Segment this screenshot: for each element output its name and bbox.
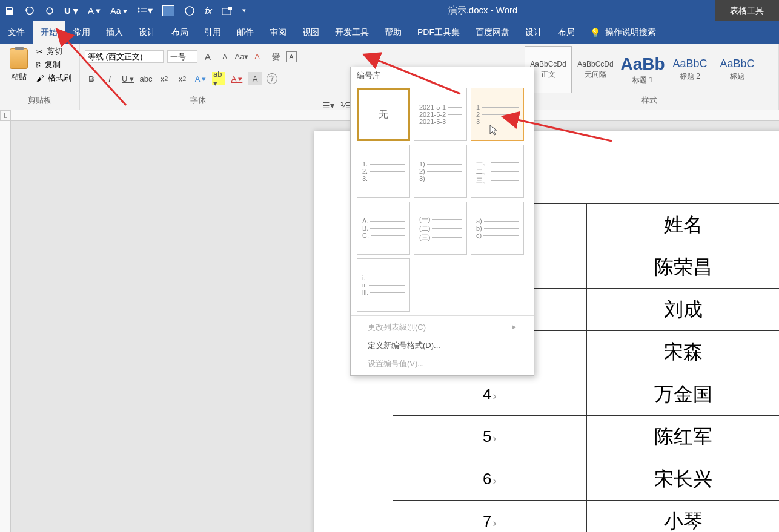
tab-mail[interactable]: 邮件 <box>229 21 262 44</box>
font-size-select[interactable] <box>167 50 197 63</box>
grow-font-icon[interactable]: A <box>201 50 214 64</box>
bold-button[interactable]: B <box>85 72 98 85</box>
svg-point-3 <box>138 10 140 12</box>
tab-references[interactable]: 引用 <box>196 21 229 44</box>
tab-design[interactable]: 设计 <box>131 21 164 44</box>
tab-common[interactable]: 常用 <box>65 21 98 44</box>
num-opt-line: 2021-5-3 <box>419 118 446 125</box>
cell-number: 4 <box>483 385 491 403</box>
style-heading1[interactable]: AaBb 标题 1 <box>619 46 666 93</box>
char-shading-button[interactable]: A <box>248 72 262 85</box>
strikethrough-button[interactable]: abc <box>139 72 153 85</box>
style-no-spacing[interactable]: AaBbCcDd 无间隔 <box>572 46 619 93</box>
numbering-option-plain[interactable]: 1 2 3 <box>471 88 524 141</box>
tab-file[interactable]: 文件 <box>0 21 33 44</box>
table-header-name[interactable]: 姓名 <box>586 204 779 246</box>
enclose-char-button[interactable]: 字 <box>267 73 277 84</box>
table-cell[interactable]: 4› <box>393 373 587 416</box>
shrink-font-icon[interactable]: A <box>218 50 231 64</box>
numbering-option-alpha[interactable]: A. B. C. <box>357 202 410 255</box>
shape-circle-icon[interactable] <box>184 5 195 16</box>
title-bar: U ▾ A ▾ Aa ▾ ▾ fx ▾ 演示.docx - Word 表格工具 <box>0 0 779 21</box>
svg-point-5 <box>185 7 194 15</box>
tab-pdf[interactable]: PDF工具集 <box>409 21 468 44</box>
numbering-option-roman[interactable]: i. ii. iii. <box>357 258 410 312</box>
undo-icon[interactable] <box>24 7 35 15</box>
table-cell[interactable]: 陈荣昌 <box>586 246 779 289</box>
table-cell[interactable]: 6› <box>393 458 587 501</box>
style-title[interactable]: AaBbC 标题 <box>714 46 761 93</box>
clipboard-group: 粘贴 ✂剪切 ⎘复制 🖌格式刷 剪贴板 <box>0 44 80 110</box>
font-color-button[interactable]: A ▾ <box>230 72 244 85</box>
tell-me-search[interactable]: 💡 操作说明搜索 <box>583 21 663 44</box>
table-cell[interactable]: 小琴 <box>586 501 779 533</box>
vertical-ruler[interactable] <box>0 121 11 532</box>
numbering-option-none[interactable]: 无 <box>357 88 410 141</box>
clipboard-group-label: 剪贴板 <box>5 95 75 107</box>
cell-marker: › <box>492 517 496 529</box>
screenshot-icon[interactable] <box>222 7 233 15</box>
num-opt-line: 2) <box>419 168 425 175</box>
table-cell[interactable]: 7› <box>393 501 587 533</box>
bullets-button[interactable]: ☰▾ <box>322 100 334 110</box>
numbering-option-alpha-paren[interactable]: a) b) c) <box>471 202 524 255</box>
bullets-icon[interactable]: ▾ <box>137 5 153 16</box>
format-painter-label: 格式刷 <box>48 73 71 84</box>
change-case-button[interactable]: Aa▾ <box>235 50 248 64</box>
style-heading2[interactable]: AaBbC 标题 2 <box>666 46 714 93</box>
table-cell[interactable]: 刘成 <box>586 289 779 331</box>
pinyin-icon[interactable]: 變 <box>269 50 282 64</box>
table-cell[interactable]: 万金国 <box>586 373 779 416</box>
table-tools-tab[interactable]: 表格工具 <box>715 0 779 21</box>
tab-layout[interactable]: 布局 <box>164 21 196 44</box>
tab-baidu[interactable]: 百度网盘 <box>468 21 517 44</box>
format-painter-button[interactable]: 🖌格式刷 <box>36 73 71 84</box>
numbering-option-cjk-paren[interactable]: (一) (二) (三) <box>414 202 467 255</box>
numbering-option-dates[interactable]: 2021-5-1 2021-5-2 2021-5-3 <box>414 88 467 141</box>
table-cell[interactable]: 宋长兴 <box>586 458 779 501</box>
style-more[interactable]: Aa <box>761 46 774 93</box>
italic-button[interactable]: I <box>103 72 116 85</box>
change-case-icon[interactable]: Aa ▾ <box>110 6 127 16</box>
tab-help[interactable]: 帮助 <box>377 21 409 44</box>
table-cell[interactable]: 宋森 <box>586 331 779 373</box>
table-cell[interactable]: 陈红军 <box>586 416 779 458</box>
svg-rect-2 <box>141 8 147 9</box>
qat-more-icon[interactable]: ▾ <box>242 7 246 15</box>
num-opt-line: 一、 <box>476 158 489 167</box>
underline-button[interactable]: U ▾ <box>121 72 134 85</box>
save-icon[interactable] <box>5 6 15 16</box>
tab-table-design[interactable]: 设计 <box>517 21 550 44</box>
underline-icon[interactable]: U ▾ <box>64 5 78 16</box>
text-effects-button[interactable]: A ▾ <box>194 72 207 85</box>
tab-insert[interactable]: 插入 <box>98 21 131 44</box>
numbering-option-dot[interactable]: 1. 2. 3. <box>357 145 410 198</box>
subscript-button[interactable]: x2 <box>157 72 171 85</box>
tab-table-layout[interactable]: 布局 <box>550 21 583 44</box>
highlight-button[interactable]: ab ▾ <box>212 72 225 85</box>
char-border-icon[interactable]: A <box>286 51 297 62</box>
copy-label: 复制 <box>45 59 61 70</box>
tab-developer[interactable]: 开发工具 <box>327 21 377 44</box>
copy-button[interactable]: ⎘复制 <box>36 59 71 70</box>
numbering-dropdown: 编号库 无 2021-5-1 2021-5-2 2021-5-3 1 2 3 1… <box>350 67 534 376</box>
superscript-button[interactable]: x2 <box>176 72 189 85</box>
define-new-format[interactable]: 定义新编号格式(D)... <box>351 337 534 355</box>
shape-rect-icon[interactable] <box>162 5 174 16</box>
numbering-option-cjk[interactable]: 一、 二、 三、 <box>471 145 524 198</box>
num-opt-line: C. <box>362 232 369 239</box>
clear-format-icon[interactable]: A⃠ <box>252 50 265 64</box>
paste-button[interactable]: 粘贴 <box>5 46 33 93</box>
font-name-select[interactable] <box>85 50 164 63</box>
tab-view[interactable]: 视图 <box>294 21 327 44</box>
num-opt-line: i. <box>362 274 366 281</box>
tab-home[interactable]: 开始 <box>33 21 65 44</box>
table-cell[interactable]: 5› <box>393 416 587 458</box>
redo-icon[interactable] <box>45 7 55 15</box>
tab-review[interactable]: 审阅 <box>262 21 294 44</box>
font-color-icon[interactable]: A ▾ <box>88 5 101 16</box>
formula-icon[interactable]: fx <box>205 5 212 16</box>
cut-button[interactable]: ✂剪切 <box>36 46 71 57</box>
numbering-option-paren[interactable]: 1) 2) 3) <box>414 145 467 198</box>
svg-rect-4 <box>141 11 147 12</box>
